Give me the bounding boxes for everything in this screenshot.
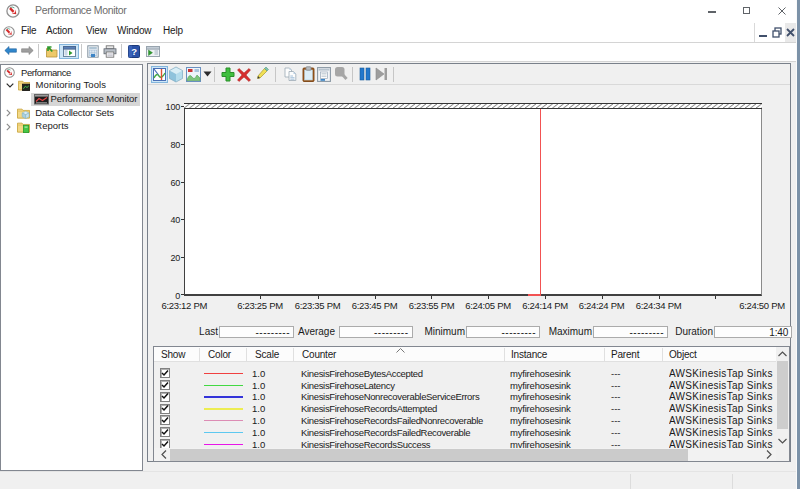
svg-text:?: ? xyxy=(131,46,137,57)
